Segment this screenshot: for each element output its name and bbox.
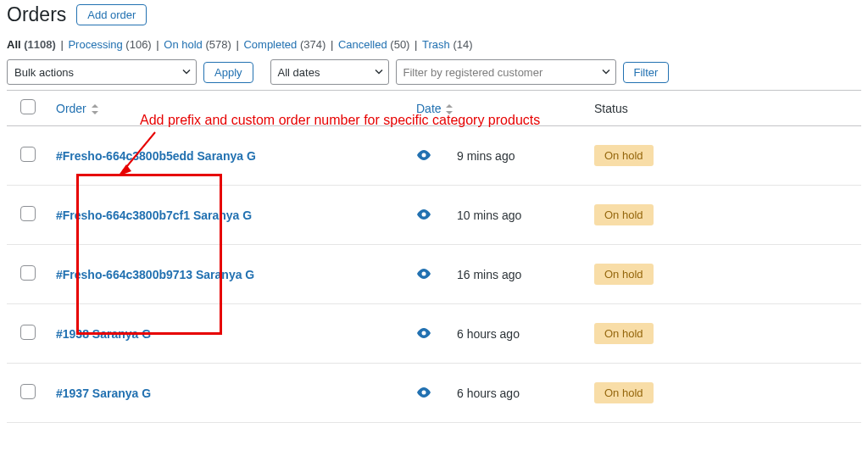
row-checkbox[interactable] — [20, 206, 36, 221]
status-badge: On hold — [594, 323, 654, 344]
column-header-date-label: Date — [416, 102, 442, 115]
row-checkbox[interactable] — [20, 265, 36, 281]
table-row: #Fresho-664c3800b9713 Saranya G16 mins a… — [7, 245, 861, 304]
svg-point-4 — [422, 272, 426, 276]
dates-label: All dates — [278, 66, 320, 79]
table-row: #1937 Saranya G6 hours agoOn hold — [7, 364, 861, 423]
order-link[interactable]: #Fresho-664c3800b5edd Saranya G — [56, 149, 256, 163]
filter-link-all[interactable]: All (1108) — [7, 38, 56, 51]
customer-filter-select[interactable]: Filter by registered customer — [396, 59, 616, 85]
svg-point-2 — [422, 153, 426, 158]
filter-link-on-hold[interactable]: On hold (578) — [164, 38, 231, 51]
chevron-down-icon — [375, 66, 383, 79]
order-link[interactable]: #Fresho-664c3800b9713 Saranya G — [56, 268, 254, 281]
filter-link-trash[interactable]: Trash (14) — [422, 38, 472, 51]
chevron-down-icon — [182, 66, 191, 79]
filter-count: (106) — [125, 38, 151, 51]
column-header-date[interactable]: Date — [409, 91, 587, 126]
preview-icon[interactable] — [416, 267, 431, 281]
filter-count: (374) — [300, 38, 326, 51]
bulk-actions-label: Bulk actions — [14, 66, 74, 79]
filter-link-completed[interactable]: Completed (374) — [243, 38, 326, 51]
column-header-order[interactable]: Order — [49, 91, 409, 126]
page-title: Orders — [7, 3, 66, 26]
preview-icon[interactable] — [416, 208, 431, 222]
status-badge: On hold — [594, 264, 654, 285]
row-checkbox[interactable] — [20, 384, 36, 399]
column-header-order-label: Order — [56, 102, 86, 115]
select-all-checkbox[interactable] — [20, 99, 36, 114]
table-row: #Fresho-664c3800b7cf1 Saranya G10 mins a… — [7, 186, 861, 245]
order-link[interactable]: #Fresho-664c3800b7cf1 Saranya G — [56, 209, 252, 222]
filter-link-cancelled[interactable]: Cancelled (50) — [338, 38, 410, 51]
order-date: 9 mins ago — [457, 149, 515, 163]
order-date: 6 hours ago — [457, 386, 520, 400]
status-badge: On hold — [594, 382, 654, 403]
add-order-button[interactable]: Add order — [76, 4, 147, 25]
status-filter-bar: All (1108) | Processing (106) | On hold … — [7, 38, 861, 51]
order-date: 6 hours ago — [457, 327, 520, 341]
bulk-actions-select[interactable]: Bulk actions — [7, 59, 197, 85]
filter-count: (1108) — [24, 38, 56, 51]
order-link[interactable]: #1938 Saranya G — [56, 327, 151, 341]
status-badge: On hold — [594, 204, 654, 225]
chevron-down-icon — [602, 66, 610, 79]
order-link[interactable]: #1937 Saranya G — [56, 386, 151, 400]
order-date: 10 mins ago — [457, 209, 521, 222]
filter-link-processing[interactable]: Processing (106) — [68, 38, 151, 51]
row-checkbox[interactable] — [20, 147, 36, 162]
preview-icon[interactable] — [416, 326, 431, 341]
filter-count: (50) — [390, 38, 409, 51]
apply-button[interactable]: Apply — [203, 62, 253, 83]
svg-point-5 — [422, 331, 426, 336]
table-row: #Fresho-664c3800b5edd Saranya G9 mins ag… — [7, 126, 861, 186]
svg-point-3 — [422, 213, 426, 217]
filter-count: (14) — [453, 38, 472, 51]
preview-icon[interactable] — [416, 148, 431, 163]
sort-icon — [92, 104, 98, 114]
dates-select[interactable]: All dates — [270, 59, 389, 85]
svg-point-6 — [422, 391, 426, 395]
filter-count: (578) — [205, 38, 231, 51]
status-badge: On hold — [594, 145, 654, 166]
customer-filter-placeholder: Filter by registered customer — [403, 66, 543, 79]
filter-button[interactable]: Filter — [623, 62, 670, 83]
sort-icon — [446, 104, 453, 114]
table-row: #1938 Saranya G6 hours agoOn hold — [7, 304, 861, 364]
column-header-status: Status — [587, 91, 861, 126]
row-checkbox[interactable] — [20, 325, 36, 340]
orders-table: Order Date Status #Fresho-664c3800b5edd … — [7, 90, 861, 423]
order-date: 16 mins ago — [457, 268, 521, 281]
preview-icon[interactable] — [416, 386, 431, 400]
